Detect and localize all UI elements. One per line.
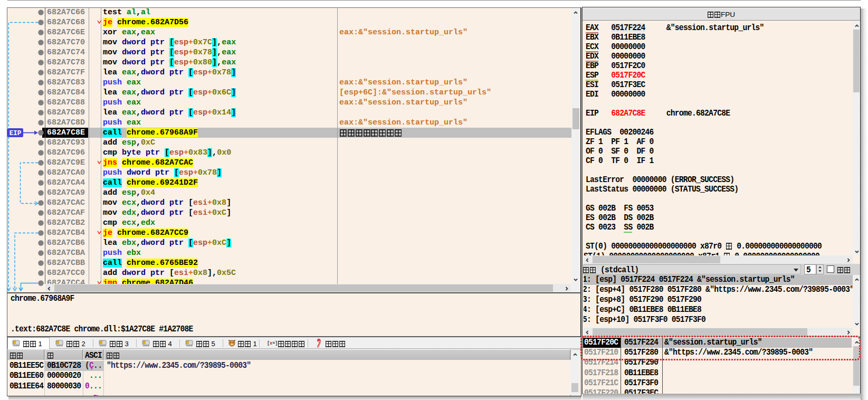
svg-text:EIP: EIP (9, 130, 22, 137)
